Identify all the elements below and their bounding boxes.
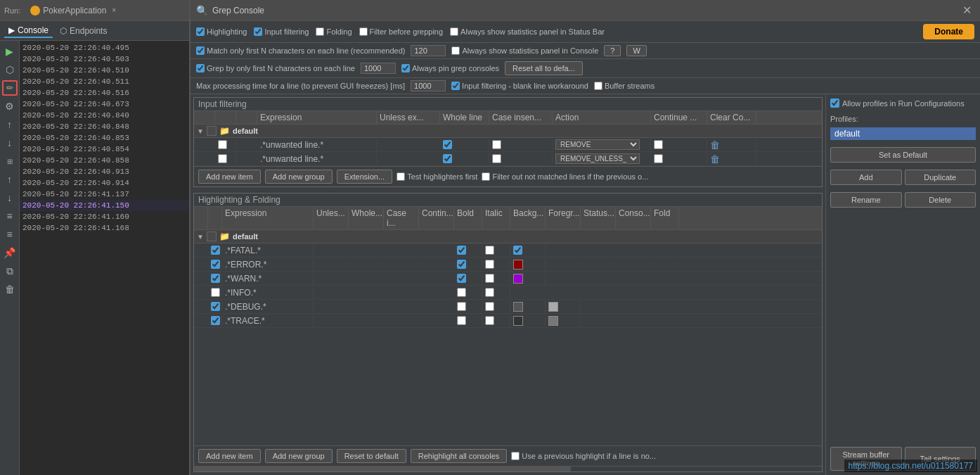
down-arrow-icon[interactable]: ↓ bbox=[2, 135, 18, 151]
match-first-n-checkbox-item[interactable]: Match only first N characters on each li… bbox=[196, 46, 405, 55]
info-bold-checkbox[interactable] bbox=[457, 288, 466, 297]
test-highlighters-checkbox-item[interactable]: Test highlighters first bbox=[396, 172, 477, 181]
trace-italic-checkbox[interactable] bbox=[485, 316, 494, 325]
trace-italic[interactable] bbox=[482, 315, 510, 326]
td-row1-trash[interactable]: 🗑 bbox=[707, 139, 756, 151]
row1-action-select[interactable]: REMOVE REMOVE_UNLESS_PREVIO... bbox=[555, 139, 640, 150]
fatal-bg-checkbox[interactable] bbox=[513, 246, 522, 255]
td2-case[interactable] bbox=[489, 153, 553, 164]
filter-out-checkbox-item[interactable]: Filter out not matched lines if the prev… bbox=[482, 172, 648, 181]
always-pin-checkbox[interactable] bbox=[401, 64, 410, 72]
match-first-n-input[interactable] bbox=[411, 45, 446, 56]
warn-italic-checkbox[interactable] bbox=[485, 274, 494, 283]
fatal-check[interactable] bbox=[208, 245, 222, 255]
warn-italic[interactable] bbox=[482, 273, 510, 284]
highlight-collapse-triangle[interactable]: ▼ bbox=[197, 233, 204, 241]
error-bold[interactable] bbox=[454, 259, 482, 270]
close-tab-icon[interactable]: × bbox=[112, 6, 116, 14]
warn-bg[interactable] bbox=[510, 273, 546, 284]
close-button[interactable]: ✕ bbox=[960, 4, 974, 17]
filter-add-new-group-button[interactable]: Add new group bbox=[265, 170, 333, 184]
row1-checkbox[interactable] bbox=[218, 140, 227, 149]
question-button[interactable]: ? bbox=[604, 45, 621, 56]
collapse-triangle[interactable]: ▼ bbox=[197, 127, 204, 135]
fatal-checkbox[interactable] bbox=[211, 246, 220, 255]
error-checkbox[interactable] bbox=[211, 260, 220, 269]
row2-whole-checkbox[interactable] bbox=[443, 154, 452, 163]
up-arrow-icon[interactable]: ↑ bbox=[2, 117, 18, 132]
trace-fg-color[interactable] bbox=[548, 316, 558, 326]
error-italic-checkbox[interactable] bbox=[485, 260, 494, 269]
fatal-bold[interactable] bbox=[454, 245, 482, 255]
td2-check[interactable] bbox=[215, 153, 236, 164]
play-button[interactable]: ▶ bbox=[2, 44, 18, 59]
highlighting-scroll[interactable]: Expression Unles... Whole... Case i... C… bbox=[194, 207, 822, 445]
info-italic[interactable] bbox=[482, 287, 510, 298]
td2-continue[interactable] bbox=[651, 153, 707, 164]
tab-console[interactable]: ▶ Console bbox=[4, 24, 53, 38]
console-icon-btn[interactable]: ⬡ bbox=[2, 62, 18, 77]
error-bold-checkbox[interactable] bbox=[457, 260, 466, 269]
reset-to-default-button[interactable]: Reset to default bbox=[337, 449, 406, 463]
input-filtering-blank-checkbox-item[interactable]: Input filtering - blank line workaround bbox=[451, 82, 588, 90]
td-row1-continue[interactable] bbox=[651, 139, 707, 150]
info-checkbox[interactable] bbox=[211, 288, 220, 297]
td-row1-whole[interactable] bbox=[440, 139, 489, 150]
w-button[interactable]: W bbox=[626, 45, 646, 56]
trace-fg[interactable] bbox=[546, 315, 581, 327]
debug-bg[interactable] bbox=[510, 301, 546, 312]
buffer-streams-checkbox-item[interactable]: Buffer streams bbox=[594, 82, 655, 90]
row1-whole-checkbox[interactable] bbox=[443, 140, 452, 149]
filter-out-checkbox[interactable] bbox=[482, 172, 490, 181]
rename-button[interactable]: Rename bbox=[830, 192, 902, 208]
import-icon-btn[interactable]: ⊞ bbox=[2, 153, 18, 169]
input-filtering-checkbox[interactable] bbox=[254, 27, 262, 36]
tab-endpoints[interactable]: ⬡ Endpoints bbox=[56, 25, 111, 37]
row1-case-checkbox[interactable] bbox=[492, 140, 501, 149]
row2-continue-checkbox[interactable] bbox=[654, 154, 663, 163]
row2-checkbox[interactable] bbox=[218, 154, 227, 163]
td-row1-check[interactable] bbox=[215, 139, 236, 150]
fatal-bg[interactable] bbox=[510, 245, 546, 255]
fatal-italic-checkbox[interactable] bbox=[485, 246, 494, 255]
warn-bold-checkbox[interactable] bbox=[457, 274, 466, 283]
debug-check[interactable] bbox=[208, 301, 222, 312]
error-italic[interactable] bbox=[482, 259, 510, 270]
fatal-bold-checkbox[interactable] bbox=[457, 246, 466, 255]
warn-checkbox[interactable] bbox=[211, 274, 220, 283]
td-row1-action[interactable]: REMOVE REMOVE_UNLESS_PREVIO... bbox=[553, 139, 651, 151]
highlighting-checkbox[interactable] bbox=[196, 27, 205, 36]
grep-first-n-input[interactable] bbox=[361, 63, 396, 74]
highlight-add-new-item-button[interactable]: Add new item bbox=[198, 449, 261, 463]
row1-trash-icon[interactable]: 🗑 bbox=[710, 139, 720, 151]
debug-fg[interactable] bbox=[546, 301, 581, 312]
trash-icon-btn[interactable]: 🗑 bbox=[2, 281, 18, 297]
row2-action-select[interactable]: REMOVE_UNLESS_PREVIO... REMOVE bbox=[555, 153, 640, 164]
add-button[interactable]: Add bbox=[830, 170, 902, 185]
delete-button[interactable]: Delete bbox=[905, 192, 976, 208]
debug-bold[interactable] bbox=[454, 301, 482, 312]
info-bold[interactable] bbox=[454, 287, 482, 298]
allow-profiles-checkbox[interactable] bbox=[830, 99, 839, 108]
always-pin-checkbox-item[interactable]: Always pin grep consoles bbox=[401, 64, 499, 72]
duplicate-button[interactable]: Duplicate bbox=[905, 170, 976, 185]
edit-icon-btn[interactable]: ✏ bbox=[2, 80, 18, 96]
input-filtering-checkbox-item[interactable]: Input filtering bbox=[254, 27, 309, 36]
profile-default[interactable]: default bbox=[830, 127, 976, 140]
align2-icon-btn[interactable]: ≡ bbox=[2, 227, 18, 242]
td2-whole[interactable] bbox=[440, 153, 489, 164]
row2-trash-icon[interactable]: 🗑 bbox=[710, 153, 720, 165]
filter-add-new-item-button[interactable]: Add new item bbox=[198, 170, 261, 184]
fatal-italic[interactable] bbox=[482, 245, 510, 255]
down2-icon-btn[interactable]: ↓ bbox=[2, 190, 18, 205]
info-check[interactable] bbox=[208, 287, 222, 298]
always-show-stats-checkbox[interactable] bbox=[450, 27, 458, 36]
set-as-default-button[interactable]: Set as Default bbox=[830, 147, 976, 163]
filter-before-grepping-checkbox[interactable] bbox=[359, 27, 368, 36]
debug-checkbox[interactable] bbox=[211, 302, 220, 311]
donate-button[interactable]: Donate bbox=[923, 24, 974, 39]
error-bg[interactable] bbox=[510, 259, 546, 270]
settings-icon-btn[interactable]: ⚙ bbox=[2, 99, 18, 114]
max-processing-input[interactable] bbox=[411, 80, 446, 91]
warn-check[interactable] bbox=[208, 273, 222, 284]
